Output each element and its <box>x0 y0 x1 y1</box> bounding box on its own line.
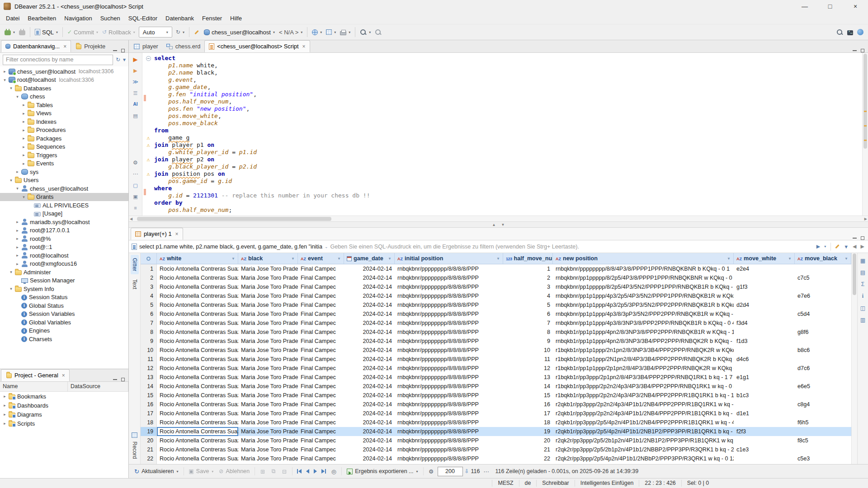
connection-filter-input[interactable] <box>3 55 113 65</box>
cell-game_date[interactable]: 2024-02-14 <box>344 436 395 445</box>
cell-mw[interactable]: b1c3 <box>734 391 795 400</box>
tab-results-player[interactable]: player(+) 1 × <box>131 228 183 240</box>
cell-black[interactable]: Maria Jose Toro Pradenas <box>238 282 298 291</box>
table-row[interactable]: 10Rocio Antonella Contreras SuazoMaria J… <box>141 346 851 355</box>
cell-mb[interactable]: e6e5 <box>795 382 851 391</box>
cell-half[interactable]: 19 <box>503 427 553 436</box>
maximize-panel-icon[interactable] <box>121 378 125 381</box>
save-script-icon[interactable]: ▣ <box>131 192 140 201</box>
cell-mb[interactable]: c8g4 <box>795 400 851 409</box>
table-row[interactable]: 5Rocio Antonella Contreras SuazoMaria Jo… <box>141 300 851 310</box>
cell-newpos[interactable]: r1bqkb1r/pp3ppp/2p2n2/4p3/4P3/3B4/PPP2PP… <box>553 382 734 391</box>
cell-mb[interactable]: e7e6 <box>795 291 851 300</box>
cell-mw[interactable] <box>734 382 795 391</box>
rollback-button[interactable]: ↺Rollback▾ <box>100 26 137 38</box>
menu-datenbank[interactable]: Datenbank <box>161 14 198 23</box>
cell-event[interactable]: Final Campec <box>298 300 344 310</box>
cell-half[interactable]: 10 <box>503 346 553 355</box>
table-row[interactable]: 19Rocio Antonella Contreras SuazoMaria J… <box>141 427 851 436</box>
tab-player[interactable]: player <box>130 40 162 52</box>
column-header-move-black[interactable]: move_black▼ <box>795 253 851 264</box>
reject-changes-button[interactable]: ⊘Ablehnen <box>217 466 251 477</box>
cell-newpos[interactable]: rnbqkbnr/pp1p1ppp/4p3/8/3NP3/8/PPP2PPP/R… <box>553 319 734 328</box>
cell-event[interactable]: Final Campec <box>298 382 344 391</box>
cell-newpos[interactable]: r1bqkb1r/pp1p1ppp/2n1pn2/8/3NP3/3B4/PPP2… <box>553 346 734 355</box>
cell-initial[interactable]: rnbqkbnr/pppppppp/8/8/8/8/PPP <box>395 337 503 346</box>
tree-item-chess[interactable]: ▾chess <box>0 93 128 101</box>
tree-item-root-1[interactable]: ▸root@::1 <box>0 243 128 252</box>
cell-white[interactable]: Rocio Antonella Contreras Suazo <box>157 282 238 291</box>
value-panel-icon[interactable]: ▤ <box>860 269 865 276</box>
row-number[interactable]: 17 <box>141 409 157 418</box>
column-header-datasource[interactable]: DataSource <box>68 382 128 391</box>
tab-chess-erd[interactable]: chess.erd <box>162 40 204 52</box>
data-transfer-button[interactable]: ▾ <box>324 26 338 38</box>
cell-half[interactable]: 12 <box>503 364 553 373</box>
menu-suchen[interactable]: Suchen <box>96 14 124 23</box>
search-db-button[interactable]: ▾ <box>358 26 373 38</box>
expander-icon[interactable]: ▸ <box>14 253 20 258</box>
cell-half[interactable]: 17 <box>503 409 553 418</box>
cell-half[interactable]: 9 <box>503 337 553 346</box>
cell-game_date[interactable]: 2024-02-14 <box>344 454 395 463</box>
table-row[interactable]: 17Rocio Antonella Contreras SuazoMaria J… <box>141 409 851 418</box>
tree-item-indexes[interactable]: ▸Indexes <box>0 117 128 126</box>
cell-mw[interactable] <box>734 310 795 319</box>
splitter-up-icon[interactable]: ▲ <box>492 223 496 227</box>
cell-initial[interactable]: rnbqkbnr/pppppppp/8/8/8/8/PPP <box>395 273 503 282</box>
sql-code-area[interactable]: −select p1.name white, p2.name black, g.… <box>142 53 868 216</box>
filter-funnel-icon[interactable]: ▼ <box>388 257 392 261</box>
cell-game_date[interactable]: 2024-02-14 <box>344 427 395 436</box>
cell-initial[interactable]: rnbqkbnr/pppppppp/8/8/8/8/PPP <box>395 418 503 427</box>
tab-chess-user-localhost-script[interactable]: <chess_user@localhost> Script× <box>204 40 310 52</box>
column-header-white[interactable]: white▼ <box>157 253 238 264</box>
filter-funnel-icon[interactable]: ▼ <box>496 257 500 261</box>
expander-icon[interactable]: ▸ <box>21 128 27 132</box>
cell-initial[interactable]: rnbqkbnr/pppppppp/8/8/8/8/PPP <box>395 264 503 273</box>
filter-settings-icon[interactable]: ▼ <box>843 244 849 249</box>
cell-mw[interactable]: g1f3 <box>734 282 795 291</box>
cell-mb[interactable] <box>795 282 851 291</box>
cell-mw[interactable] <box>734 400 795 409</box>
cell-mb[interactable] <box>795 264 851 273</box>
expander-icon[interactable]: ▸ <box>14 245 20 249</box>
active-connection-select[interactable]: chess_user@localhost▾ <box>202 26 277 38</box>
expander-icon[interactable]: ▸ <box>21 153 27 157</box>
expander-icon[interactable]: ▾ <box>2 78 8 82</box>
cell-game_date[interactable]: 2024-02-14 <box>344 273 395 282</box>
column-header-game-date[interactable]: game_date▼ <box>344 253 395 264</box>
cell-mw[interactable]: d4c6 <box>734 355 795 364</box>
tree-item-tables[interactable]: ▸Tables <box>0 101 128 109</box>
cell-initial[interactable]: rnbqkbnr/pppppppp/8/8/8/8/PPP <box>395 400 503 409</box>
cell-mw[interactable] <box>734 436 795 445</box>
tree-item-grants[interactable]: ▾Grants <box>0 193 128 202</box>
execute-statement-icon[interactable]: ▶ <box>131 55 140 63</box>
cell-mw[interactable]: d2d4 <box>734 300 795 310</box>
cell-event[interactable]: Final Campec <box>298 445 344 454</box>
cell-white[interactable]: Rocio Antonella Contreras Suazo <box>157 264 238 273</box>
cell-game_date[interactable]: 2024-02-14 <box>344 409 395 418</box>
filter-funnel-icon[interactable]: ▼ <box>337 257 341 261</box>
cell-mb[interactable]: b8c6 <box>795 346 851 355</box>
commit-button[interactable]: ✓Commit▾ <box>66 26 100 38</box>
table-row[interactable]: 16Rocio Antonella Contreras SuazoMaria J… <box>141 400 851 409</box>
cell-event[interactable]: Final Campec <box>298 328 344 337</box>
cell-newpos[interactable]: r2qk2r/pp3ppp/2p5/2b1p2n/4P1b1/2NB1P2/PP… <box>553 436 734 445</box>
cell-mw[interactable] <box>734 364 795 373</box>
maximize-panel-icon[interactable] <box>861 236 864 240</box>
cell-white[interactable]: Rocio Antonella Contreras Suazo <box>157 436 238 445</box>
cell-initial[interactable]: rnbqkbnr/pppppppp/8/8/8/8/PPP <box>395 382 503 391</box>
last-row-button[interactable] <box>320 466 327 476</box>
cell-game_date[interactable]: 2024-02-14 <box>344 364 395 373</box>
cell-event[interactable]: Final Campec <box>298 346 344 355</box>
transaction-log-button[interactable]: ↻▾ <box>174 26 186 38</box>
previous-row-button[interactable] <box>305 466 311 476</box>
tree-item-users[interactable]: ▾Users <box>0 176 128 185</box>
filter-funnel-icon[interactable]: ▼ <box>291 257 295 261</box>
cell-mw[interactable] <box>734 418 795 427</box>
cell-white[interactable]: Rocio Antonella Contreras Suazo <box>157 273 238 282</box>
execute-new-tab-icon[interactable]: ▶ <box>131 66 140 75</box>
row-number[interactable]: 4 <box>141 291 157 300</box>
cell-event[interactable]: Final Campec <box>298 291 344 300</box>
cell-initial[interactable]: rnbqkbnr/pppppppp/8/8/8/8/PPP <box>395 436 503 445</box>
